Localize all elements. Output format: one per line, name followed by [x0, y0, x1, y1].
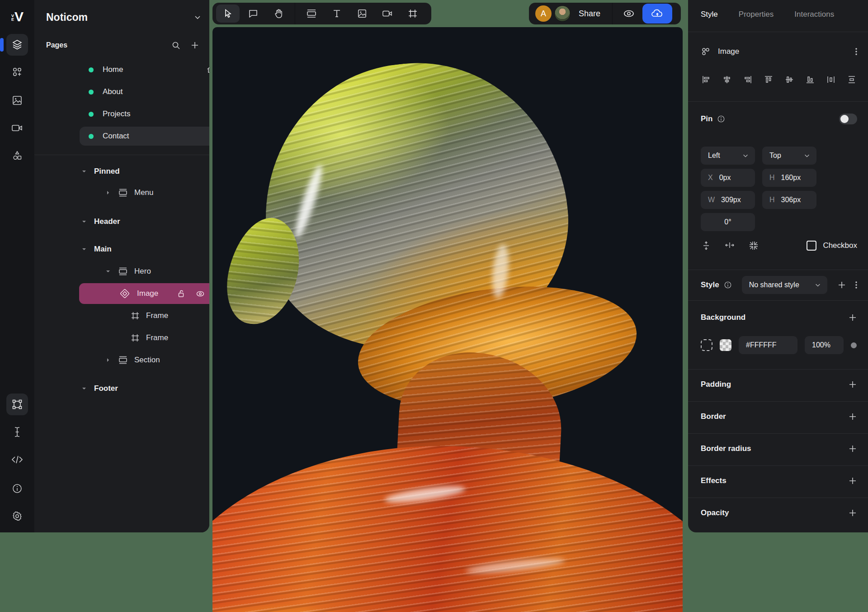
vev-logo[interactable]: VE V	[6, 6, 28, 27]
pin-toggle[interactable]	[839, 114, 857, 124]
add-image-button[interactable]	[350, 5, 374, 23]
background-target-icon[interactable]	[701, 339, 712, 351]
field-value: 309px	[721, 196, 741, 204]
page-item-about[interactable]: About	[80, 82, 209, 101]
distribute-horizontal-icon[interactable]	[826, 75, 835, 84]
chevron-right-icon[interactable]	[104, 357, 112, 363]
add-border-radius-icon[interactable]	[848, 444, 857, 453]
visibility-icon[interactable]	[196, 289, 205, 298]
rail-settings-button[interactable]	[6, 505, 28, 527]
kebab-menu-icon[interactable]	[855, 47, 857, 56]
rotation-field[interactable]: 0°	[701, 213, 755, 231]
select-tool-button[interactable]	[216, 5, 240, 23]
tree-group-pinned[interactable]: Pinned	[80, 165, 120, 178]
rail-text-tool-button[interactable]	[6, 421, 28, 443]
add-border-icon[interactable]	[848, 412, 857, 421]
collaborator-avatar-photo[interactable]	[554, 5, 571, 22]
tab-style[interactable]: Style	[701, 10, 718, 19]
rail-add-elements-button[interactable]	[6, 61, 28, 83]
kebab-menu-icon[interactable]	[855, 281, 857, 289]
background-opacity-field[interactable]: 100%	[805, 336, 844, 354]
align-center-horizontal-icon[interactable]	[722, 75, 731, 84]
tree-item-frame-2[interactable]: Frame	[131, 332, 168, 344]
resize-vertical-icon[interactable]	[702, 241, 711, 251]
border-radius-section-header[interactable]: Border radius	[701, 440, 857, 458]
add-style-icon[interactable]	[837, 280, 846, 289]
tree-item-image-selected[interactable]: Image	[79, 283, 209, 304]
tab-properties[interactable]: Properties	[739, 10, 774, 19]
chevron-down-icon[interactable]	[80, 219, 88, 224]
horizontal-anchor-select[interactable]: Left	[701, 147, 755, 165]
chevron-down-icon[interactable]	[104, 269, 112, 274]
background-swatch[interactable]	[720, 339, 731, 351]
project-row[interactable]: Noticom	[46, 8, 201, 26]
hand-tool-button[interactable]	[267, 5, 290, 23]
align-right-icon[interactable]	[743, 75, 752, 84]
align-bottom-icon[interactable]	[806, 75, 815, 84]
padding-section-header[interactable]: Padding	[701, 375, 857, 394]
add-frame-button[interactable]	[401, 5, 425, 23]
page-item-projects[interactable]: Projects	[80, 104, 209, 123]
rail-code-button[interactable]	[6, 449, 28, 470]
publish-button[interactable]	[642, 4, 672, 24]
distribute-vertical-icon[interactable]	[847, 75, 856, 84]
add-padding-icon[interactable]	[848, 380, 857, 389]
rail-shapes-button[interactable]	[6, 145, 28, 166]
resize-horizontal-icon[interactable]	[724, 241, 735, 251]
shared-style-select[interactable]: No shared style	[742, 276, 827, 294]
offset-fields: X 0px H 160px	[701, 169, 816, 187]
info-icon[interactable]	[717, 115, 725, 123]
chevron-down-icon[interactable]	[80, 169, 88, 174]
tree-group-footer[interactable]: Footer	[80, 382, 118, 395]
effects-section-header[interactable]: Effects	[701, 472, 857, 490]
align-left-icon[interactable]	[702, 75, 711, 84]
add-background-icon[interactable]	[848, 313, 857, 322]
rail-transform-button[interactable]	[6, 394, 28, 415]
vertical-anchor-select[interactable]: Top	[762, 147, 816, 165]
collapse-icon[interactable]	[749, 241, 759, 251]
collaborator-avatar-a[interactable]: A	[535, 5, 552, 22]
video-camera-icon	[11, 123, 23, 133]
chevron-right-icon[interactable]	[104, 190, 112, 195]
tree-group-header[interactable]: Header	[80, 215, 120, 228]
page-item-home[interactable]: Home	[80, 60, 209, 79]
share-button[interactable]: Share	[579, 9, 600, 19]
design-canvas[interactable]	[212, 27, 683, 612]
border-section-header[interactable]: Border	[701, 408, 857, 426]
opacity-section-header[interactable]: Opacity	[701, 504, 857, 522]
add-video-button[interactable]	[376, 5, 399, 23]
page-item-contact[interactable]: Contact	[80, 127, 209, 146]
width-field[interactable]: W 309px	[701, 191, 755, 209]
align-top-icon[interactable]	[764, 75, 773, 84]
preview-button[interactable]	[619, 5, 639, 23]
background-section-header[interactable]: Background	[701, 308, 857, 327]
rail-image-button[interactable]	[6, 90, 28, 111]
add-opacity-icon[interactable]	[848, 508, 857, 517]
tree-item-menu[interactable]: Menu	[104, 186, 154, 199]
unlock-icon[interactable]	[177, 289, 186, 298]
chevron-down-icon[interactable]	[80, 247, 88, 252]
tree-group-main[interactable]: Main	[80, 243, 112, 256]
height-field[interactable]: H 306px	[762, 191, 816, 209]
rail-layers-button[interactable]	[6, 34, 28, 56]
info-icon[interactable]	[724, 281, 732, 289]
checkbox-input[interactable]	[807, 241, 816, 251]
rail-info-button[interactable]	[6, 478, 28, 499]
add-section-button[interactable]	[300, 5, 323, 23]
add-page-icon[interactable]	[190, 41, 199, 50]
background-hex-field[interactable]: #FFFFFF	[739, 336, 797, 354]
rail-video-button[interactable]	[6, 117, 28, 139]
comment-tool-button[interactable]	[241, 5, 265, 23]
y-offset-field[interactable]: H 160px	[762, 169, 816, 187]
tab-interactions[interactable]: Interactions	[794, 10, 834, 19]
chevron-down-icon[interactable]	[80, 386, 88, 391]
x-offset-field[interactable]: X 0px	[701, 169, 755, 187]
tree-item-section[interactable]: Section	[104, 354, 160, 366]
add-text-button[interactable]	[325, 5, 349, 23]
search-icon[interactable]	[171, 41, 180, 50]
align-center-vertical-icon[interactable]	[785, 75, 794, 84]
add-effects-icon[interactable]	[848, 476, 857, 485]
tree-item-hero[interactable]: Hero	[104, 265, 151, 278]
state-dot[interactable]	[851, 342, 857, 348]
tree-item-frame-1[interactable]: Frame	[131, 309, 168, 322]
